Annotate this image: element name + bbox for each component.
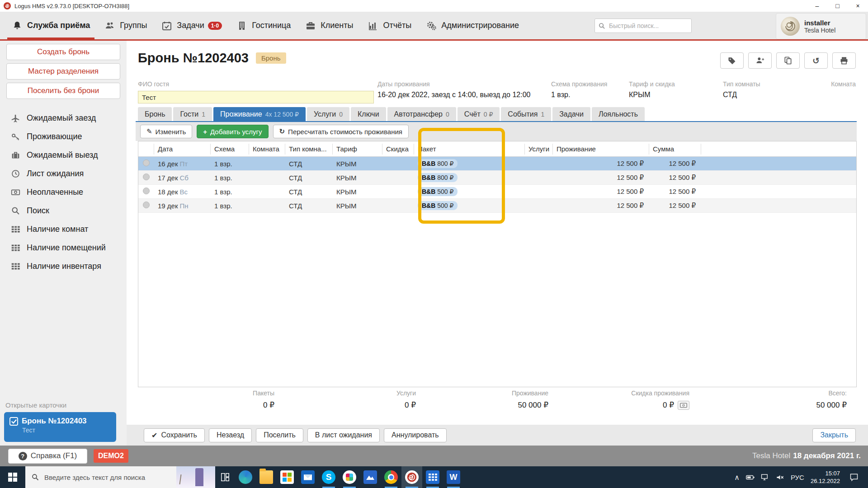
tab-tasks[interactable]: Задачи <box>552 107 590 121</box>
volume-muted-icon[interactable] <box>776 473 784 482</box>
nav-item-hotel[interactable]: Гостиница <box>229 12 298 39</box>
sidebar-item-inventory-availability[interactable]: Наличие инвентаря <box>0 257 127 276</box>
guest-name-input[interactable] <box>138 91 374 103</box>
taskbar-search[interactable] <box>25 466 215 488</box>
sidebar-item-room-availability[interactable]: Наличие комнат <box>0 220 127 239</box>
tag-button[interactable] <box>720 52 744 69</box>
edit-button[interactable]: ✎ Изменить <box>140 125 192 138</box>
row-radio[interactable] <box>143 202 150 208</box>
sidebar-item-search[interactable]: Поиск <box>0 202 127 220</box>
tab-autotransfer[interactable]: Автотрансфер0 <box>387 107 456 121</box>
quick-search-input[interactable] <box>608 22 680 30</box>
tab-booking[interactable]: Бронь <box>138 107 172 121</box>
nav-item-reports[interactable]: Отчёты <box>360 12 419 39</box>
network-icon[interactable] <box>761 473 769 482</box>
open-card-booking[interactable]: Бронь №1202403 Тест <box>4 412 116 442</box>
language-indicator[interactable]: РУС <box>791 474 804 481</box>
sidebar-item-label: Ожидаемый заезд <box>27 113 96 123</box>
row-radio[interactable] <box>143 174 150 180</box>
col-discount[interactable]: Скидка <box>382 144 414 155</box>
nav-item-administration[interactable]: Администрирование <box>419 12 526 39</box>
quick-search[interactable] <box>594 19 692 33</box>
word-icon[interactable]: W <box>443 466 464 488</box>
col-lodging[interactable]: Проживание <box>553 144 649 155</box>
copy-button[interactable] <box>776 52 800 69</box>
tab-guests[interactable]: Гости1 <box>173 107 212 121</box>
close-button[interactable]: × <box>848 0 868 12</box>
battery-icon[interactable] <box>746 473 755 482</box>
nav-item-tasks[interactable]: Задачи 1·0 <box>154 12 229 39</box>
no-show-button[interactable]: Незаезд <box>209 428 252 442</box>
col-date[interactable]: Дата <box>154 144 211 155</box>
grid-icon <box>11 243 20 253</box>
row-radio[interactable] <box>143 160 150 166</box>
sidebar-item-expected-departure[interactable]: Ожидаемый выезд <box>0 146 127 164</box>
sidebar-item-unpaid[interactable]: Неоплаченные <box>0 183 127 202</box>
col-room[interactable]: Комната <box>249 144 285 155</box>
save-button[interactable]: ✔ Сохранить <box>144 428 205 442</box>
discount-money-button[interactable] <box>678 401 689 410</box>
notification-center-icon[interactable] <box>846 473 862 482</box>
tab-account[interactable]: Счёт0 ₽ <box>458 107 500 121</box>
col-sum[interactable]: Сумма <box>649 144 701 155</box>
store-icon[interactable] <box>277 466 297 488</box>
history-button[interactable]: ↺ <box>804 52 828 69</box>
table-row[interactable]: 18 декВс 1 взр. СТД КРЫМ B&B 500 ₽ 12 50… <box>138 185 856 199</box>
add-service-button[interactable]: + Добавить услугу <box>197 125 268 138</box>
table-row[interactable]: 19 декПн 1 взр. СТД КРЫМ B&B 500 ₽ 12 50… <box>138 199 856 213</box>
maximize-button[interactable]: □ <box>827 0 848 12</box>
checkin-without-booking-button[interactable]: Поселить без брони <box>6 83 120 99</box>
user-menu[interactable]: installer Tesla Hotel <box>776 13 866 39</box>
tab-accommodation[interactable]: Проживание4x 12 500 ₽ <box>213 107 306 121</box>
tab-services[interactable]: Услуги0 <box>307 107 349 121</box>
taskbar-clock[interactable]: 15:07 26.12.2022 <box>811 469 840 485</box>
col-tariff[interactable]: Тариф <box>333 144 382 155</box>
explorer-icon[interactable] <box>256 466 277 488</box>
row-radio[interactable] <box>143 188 150 194</box>
annul-button[interactable]: Аннулировать <box>384 428 447 442</box>
calculator-icon[interactable] <box>422 466 443 488</box>
tab-keys[interactable]: Ключи <box>351 107 386 121</box>
help-button[interactable]: ? Справка (F1) <box>8 449 87 464</box>
edge-icon[interactable] <box>235 466 256 488</box>
add-guest-button[interactable] <box>748 52 772 69</box>
total-lodging: Проживание 50 000 ₽ <box>458 389 548 410</box>
nav-item-clients[interactable]: Клиенты <box>298 12 360 39</box>
package-pill[interactable]: B&B 800 ₽ <box>418 173 458 182</box>
logus-icon[interactable] <box>401 466 422 488</box>
col-services[interactable]: Услуги <box>525 144 553 155</box>
split-wizard-button[interactable]: Мастер разделения <box>6 63 120 80</box>
col-room-type[interactable]: Тип комна... <box>285 144 333 155</box>
minimize-button[interactable]: – <box>807 0 827 12</box>
package-pill[interactable]: B&B 500 ₽ <box>418 201 458 210</box>
waitlist-button[interactable]: В лист ожидания <box>307 428 380 442</box>
sidebar-item-residents[interactable]: Проживающие <box>0 127 127 146</box>
sidebar-item-space-availability[interactable]: Наличие помещений <box>0 239 127 257</box>
print-button[interactable] <box>832 52 856 69</box>
nav-item-reception[interactable]: Служба приёма <box>5 12 97 39</box>
tab-events[interactable]: События1 <box>501 107 551 121</box>
tab-loyalty[interactable]: Лояльность <box>592 107 645 121</box>
taskbar-search-input[interactable] <box>43 473 175 482</box>
package-pill[interactable]: B&B 800 ₽ <box>418 159 458 168</box>
check-in-button[interactable]: Поселить <box>256 428 303 442</box>
chrome-icon[interactable] <box>381 466 401 488</box>
sidebar-item-waitlist[interactable]: Лист ожидания <box>0 164 127 183</box>
close-card-button[interactable]: Закрыть <box>812 428 856 442</box>
tray-chevron-icon[interactable]: ∧ <box>734 473 740 482</box>
col-package[interactable]: Пакет <box>414 144 525 155</box>
recalculate-button[interactable]: ↻ Пересчитать стоимость проживания <box>273 125 409 138</box>
task-view-button[interactable] <box>215 466 235 488</box>
table-row[interactable]: 16 декПт 1 взр. СТД КРЫМ B&B 800 ₽ 12 50… <box>138 157 856 171</box>
nav-item-groups[interactable]: Группы <box>97 12 154 39</box>
start-button[interactable] <box>0 466 25 488</box>
photos-icon[interactable] <box>360 466 381 488</box>
package-pill[interactable]: B&B 500 ₽ <box>418 187 458 196</box>
sidebar-item-expected-arrival[interactable]: Ожидаемый заезд <box>0 109 127 127</box>
slack-icon[interactable] <box>339 466 360 488</box>
col-scheme[interactable]: Схема <box>211 144 249 155</box>
table-row[interactable]: 17 декСб 1 взр. СТД КРЫМ B&B 800 ₽ 12 50… <box>138 171 856 185</box>
create-booking-button[interactable]: Создать бронь <box>6 44 120 60</box>
mail-icon[interactable] <box>297 466 318 488</box>
skype-icon[interactable]: S <box>318 466 339 488</box>
